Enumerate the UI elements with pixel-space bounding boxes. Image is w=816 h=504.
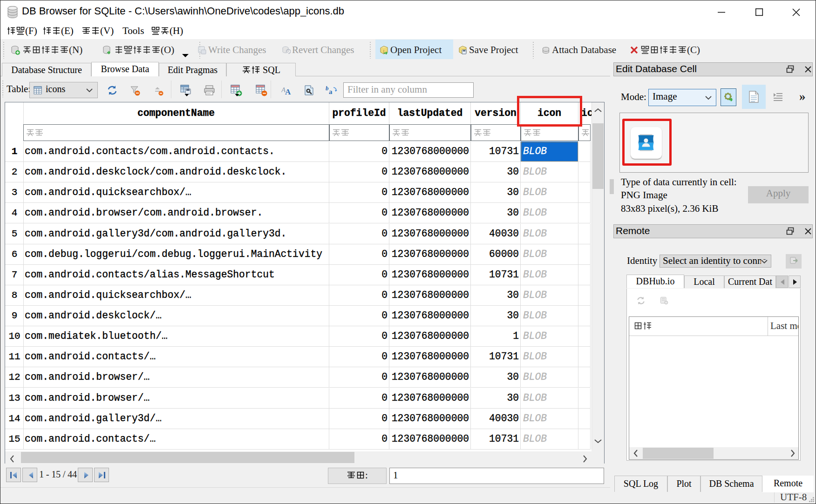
svg-text:b: b <box>326 85 329 92</box>
svg-text:a: a <box>329 88 333 95</box>
svg-text:A: A <box>285 87 291 96</box>
